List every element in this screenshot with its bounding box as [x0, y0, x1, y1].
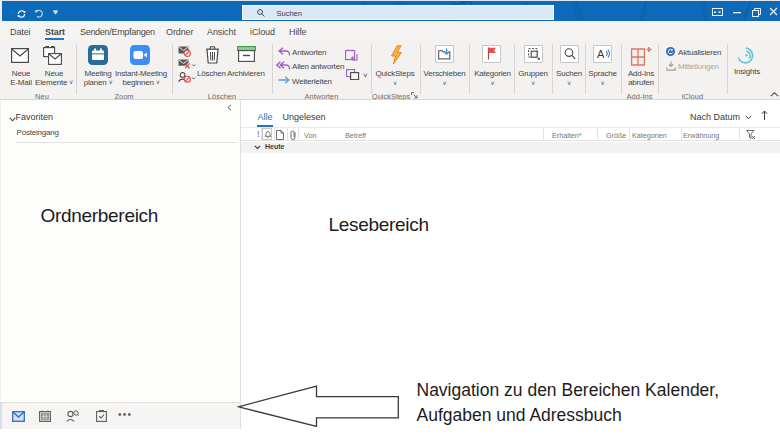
svg-text:A: A: [597, 48, 605, 60]
